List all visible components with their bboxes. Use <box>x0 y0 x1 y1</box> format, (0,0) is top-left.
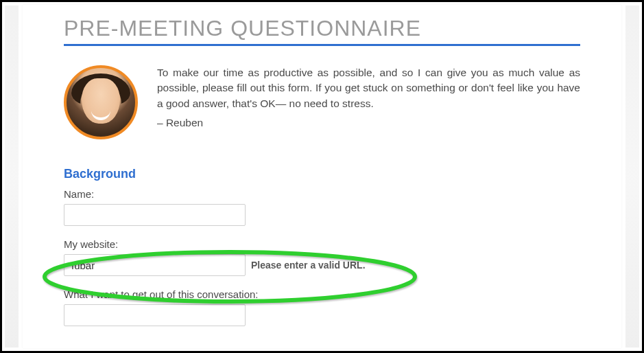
website-input[interactable] <box>64 254 246 276</box>
intro-text: To make our time as productive as possib… <box>157 65 580 131</box>
left-gutter <box>5 5 19 348</box>
right-gutter <box>625 5 639 348</box>
website-label: My website: <box>64 238 580 250</box>
field-name: Name: <box>64 188 580 226</box>
title-rule <box>64 44 580 46</box>
page-title: PRE-MEETING QUESTIONNAIRE <box>64 16 580 41</box>
section-heading: Background <box>64 167 580 181</box>
name-input[interactable] <box>64 204 246 226</box>
avatar <box>64 65 138 139</box>
field-website: My website: Please enter a valid URL. <box>64 238 580 276</box>
intro-block: To make our time as productive as possib… <box>64 65 580 139</box>
goal-input[interactable] <box>64 304 246 326</box>
intro-signature: – Reuben <box>157 115 580 130</box>
form-sheet: PRE-MEETING QUESTIONNAIRE To make our ti… <box>23 5 621 348</box>
field-goal: What I want to get out of this conversat… <box>64 288 580 326</box>
intro-paragraph: To make our time as productive as possib… <box>157 65 580 111</box>
name-label: Name: <box>64 188 580 200</box>
goal-label: What I want to get out of this conversat… <box>64 288 580 300</box>
website-error: Please enter a valid URL. <box>251 260 366 271</box>
